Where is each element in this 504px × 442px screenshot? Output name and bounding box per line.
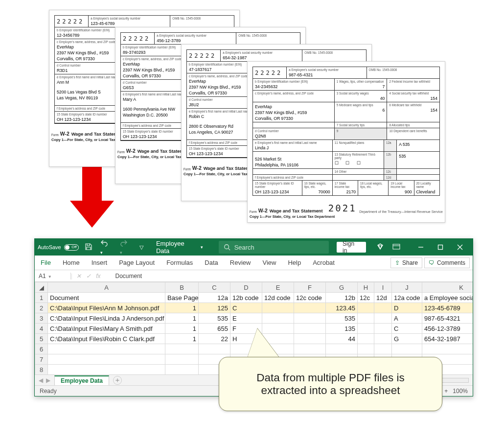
- sheet-nav-prev[interactable]: ◀: [39, 377, 43, 384]
- cell[interactable]: C:\Data\Input Files\Mary A Smith.pdf: [48, 324, 165, 334]
- cell[interactable]: [294, 334, 326, 344]
- autosave-toggle[interactable]: AutoSave Off: [38, 244, 79, 251]
- qat-dropdown-icon[interactable]: ▽: [137, 242, 145, 253]
- cell[interactable]: D: [392, 303, 422, 313]
- col-header-g[interactable]: G: [326, 282, 358, 293]
- cell[interactable]: 12c code: [294, 293, 326, 303]
- cell[interactable]: 123.45: [326, 303, 358, 313]
- diamond-icon[interactable]: [374, 240, 387, 255]
- save-icon[interactable]: [83, 241, 94, 254]
- ribbon-mode-icon[interactable]: [390, 241, 402, 254]
- cell[interactable]: 44: [326, 334, 358, 344]
- table-row[interactable]: 3 C:\Data\Input Files\Linda J Anderson.p…: [35, 313, 473, 324]
- row-header[interactable]: 5: [35, 334, 48, 344]
- close-button[interactable]: [450, 239, 470, 256]
- cell[interactable]: Document: [48, 293, 165, 303]
- cell[interactable]: 654-32-1987: [422, 334, 473, 344]
- row-header[interactable]: 6: [35, 344, 48, 354]
- cell[interactable]: 987-65-4321: [422, 313, 473, 324]
- fx-icon[interactable]: fx: [96, 273, 100, 279]
- cell[interactable]: [358, 313, 374, 324]
- cell[interactable]: [374, 324, 392, 334]
- minimize-button[interactable]: [411, 239, 431, 256]
- row-header[interactable]: 2: [35, 303, 48, 313]
- share-button[interactable]: ⇪Share: [390, 257, 422, 268]
- cell[interactable]: C: [392, 324, 422, 334]
- zoom-in-button[interactable]: +: [444, 388, 448, 395]
- cell[interactable]: C:\Data\Input Files\Linda J Anderson.pdf: [48, 313, 165, 324]
- cell[interactable]: C:\Data\Input Files\Ann M Johnson.pdf: [48, 303, 165, 313]
- col-header-j[interactable]: J: [392, 282, 422, 293]
- cell[interactable]: 1: [165, 313, 199, 324]
- col-header-d[interactable]: D: [230, 282, 262, 293]
- cell[interactable]: 12b code: [230, 293, 262, 303]
- tab-formulas[interactable]: Formulas: [160, 256, 199, 270]
- cell[interactable]: [374, 303, 392, 313]
- col-header-i[interactable]: I: [374, 282, 392, 293]
- tab-data[interactable]: Data: [199, 256, 224, 270]
- undo-icon[interactable]: ▾: [98, 238, 114, 257]
- cancel-icon[interactable]: ✕: [76, 273, 81, 279]
- cell[interactable]: a Employee social security: [422, 293, 473, 303]
- col-header-h[interactable]: H: [358, 282, 374, 293]
- col-header-k[interactable]: K: [422, 282, 473, 293]
- cell[interactable]: [294, 324, 326, 334]
- cell[interactable]: 1: [165, 324, 199, 334]
- row-header[interactable]: 7: [35, 354, 48, 365]
- cell[interactable]: [358, 303, 374, 313]
- row-header[interactable]: 4: [35, 324, 48, 334]
- cell[interactable]: 535: [326, 313, 358, 324]
- cell[interactable]: 22: [199, 334, 230, 344]
- cell[interactable]: [294, 303, 326, 313]
- cell[interactable]: [262, 303, 294, 313]
- row-header[interactable]: 3: [35, 313, 48, 324]
- add-sheet-button[interactable]: ＋: [113, 376, 122, 385]
- cell[interactable]: 12a: [199, 293, 230, 303]
- accept-icon[interactable]: ✓: [86, 273, 91, 279]
- cell[interactable]: [358, 334, 374, 344]
- table-row[interactable]: 2 C:\Data\Input Files\Ann M Johnson.pdf …: [35, 303, 473, 313]
- cell[interactable]: [358, 324, 374, 334]
- cell[interactable]: 1: [165, 303, 199, 313]
- zoom-level[interactable]: 100%: [453, 388, 468, 395]
- name-box[interactable]: A1▼: [35, 273, 71, 279]
- col-header-e[interactable]: E: [262, 282, 294, 293]
- cell[interactable]: 12a code: [392, 293, 422, 303]
- tab-view[interactable]: View: [256, 256, 282, 270]
- cell[interactable]: 12d: [374, 293, 392, 303]
- tab-review[interactable]: Review: [224, 256, 257, 270]
- cell[interactable]: C:\Data\Input Files\Robin C Clark.pdf: [48, 334, 165, 344]
- tab-acrobat[interactable]: Acrobat: [307, 256, 341, 270]
- redo-icon[interactable]: ▾: [118, 238, 134, 257]
- cell[interactable]: C: [230, 303, 262, 313]
- tab-page-layout[interactable]: Page Layout: [113, 256, 160, 270]
- cell[interactable]: E: [230, 313, 262, 324]
- cell[interactable]: [374, 334, 392, 344]
- cell[interactable]: 135: [326, 324, 358, 334]
- comments-button[interactable]: 🗨Comments: [424, 257, 470, 268]
- select-all-cell[interactable]: ◢: [35, 282, 48, 293]
- cell[interactable]: 655: [199, 324, 230, 334]
- tab-file[interactable]: File: [35, 256, 57, 270]
- document-name[interactable]: Employee Data ▾: [156, 240, 203, 255]
- cell[interactable]: 535: [199, 313, 230, 324]
- cell[interactable]: Base Page: [165, 293, 199, 303]
- formula-input[interactable]: Document: [115, 273, 142, 279]
- maximize-button[interactable]: [431, 239, 450, 256]
- search-input[interactable]: Search: [219, 241, 329, 254]
- cell[interactable]: 12c: [358, 293, 374, 303]
- tab-help[interactable]: Help: [282, 256, 307, 270]
- cell[interactable]: 456-12-3789: [422, 324, 473, 334]
- tab-home[interactable]: Home: [57, 256, 86, 270]
- col-header-b[interactable]: B: [165, 282, 199, 293]
- signin-button[interactable]: Sign in: [337, 242, 366, 253]
- cell[interactable]: 12d code: [262, 293, 294, 303]
- sheet-tab-active[interactable]: Employee Data: [54, 375, 109, 385]
- tab-insert[interactable]: Insert: [86, 256, 114, 270]
- cell[interactable]: 12b: [326, 293, 358, 303]
- sheet-nav-next[interactable]: ▶: [46, 377, 50, 384]
- row-header[interactable]: 1: [35, 293, 48, 303]
- cell[interactable]: 123-45-6789: [422, 303, 473, 313]
- col-header-f[interactable]: F: [294, 282, 326, 293]
- cell[interactable]: [374, 313, 392, 324]
